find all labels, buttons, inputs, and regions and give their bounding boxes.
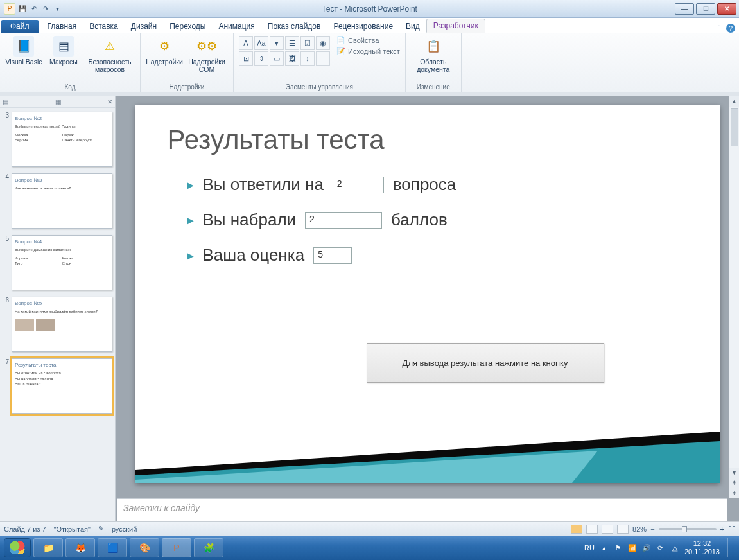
controls-grid: A Aa ▾ ☰ ☑ ◉ ⊡ ⇕ ▭ 🖼 ↕ ⋯ bbox=[239, 36, 330, 66]
visual-basic-button[interactable]: 📘 Visual Basic bbox=[5, 36, 42, 66]
slideshow-view-button[interactable] bbox=[617, 525, 629, 534]
qat-customize-icon[interactable]: ▾ bbox=[53, 4, 62, 13]
control-listbox[interactable]: ☰ bbox=[285, 36, 299, 50]
scroll-up-icon[interactable]: ▲ bbox=[729, 96, 739, 107]
thumb-slide-5[interactable]: 5 Вопрос №4 Выберите домашних животных К… bbox=[3, 235, 112, 290]
grade-field[interactable]: 5 bbox=[313, 247, 352, 264]
next-slide-icon[interactable]: ⇟ bbox=[729, 488, 739, 498]
file-tab[interactable]: Файл bbox=[1, 20, 39, 33]
notes-pane[interactable]: Заметки к слайду bbox=[117, 498, 727, 521]
scroll-track[interactable] bbox=[729, 107, 739, 468]
vertical-scrollbar[interactable]: ▲ ▼ ⇞ ⇟ bbox=[729, 96, 739, 498]
tab-review[interactable]: Рецензирование bbox=[327, 20, 399, 33]
view-code-button[interactable]: 📝Исходный текст bbox=[336, 47, 400, 56]
tab-slideshow[interactable]: Показ слайдов bbox=[261, 20, 327, 33]
addins-button[interactable]: ⚙ Надстройки bbox=[146, 36, 183, 66]
scroll-down-icon[interactable]: ▼ bbox=[729, 468, 739, 478]
prev-slide-icon[interactable]: ⇞ bbox=[729, 478, 739, 488]
scroll-thumb[interactable] bbox=[731, 108, 738, 146]
thumb-slide-7[interactable]: 7 Результаты теста Вы ответили на * вопр… bbox=[3, 358, 112, 414]
warning-icon: ⚠ bbox=[100, 36, 120, 57]
zoom-knob[interactable] bbox=[682, 526, 687, 532]
qat-save-icon[interactable]: 💾 bbox=[18, 4, 27, 13]
taskbar-app[interactable]: 🟦 bbox=[98, 538, 127, 557]
sorter-view-button[interactable] bbox=[586, 525, 598, 534]
thumb-header: ▤ ▦ ✕ bbox=[0, 96, 115, 108]
show-desktop-button[interactable] bbox=[727, 538, 735, 557]
tray-network-icon[interactable]: 📶 bbox=[628, 543, 637, 552]
group-code-label: Код bbox=[5, 82, 135, 91]
control-checkbox[interactable]: ☑ bbox=[300, 36, 315, 50]
tray-lang[interactable]: RU bbox=[584, 544, 595, 552]
tray-drive-icon[interactable]: △ bbox=[670, 543, 679, 552]
control-toggle[interactable]: ⊡ bbox=[239, 51, 253, 66]
current-slide[interactable]: Результаты теста ▶ Вы ответили на 2 вопр… bbox=[135, 105, 720, 483]
zoom-out-icon[interactable]: − bbox=[650, 525, 654, 533]
taskbar-explorer[interactable]: 📁 bbox=[33, 538, 63, 557]
start-button[interactable] bbox=[4, 538, 31, 557]
normal-view-button[interactable] bbox=[571, 525, 582, 534]
control-more[interactable]: ⋯ bbox=[316, 51, 330, 66]
control-combobox[interactable]: ▾ bbox=[270, 36, 284, 50]
slide-canvas-area: Результаты теста ▶ Вы ответили на 2 вопр… bbox=[116, 96, 739, 521]
zoom-in-icon[interactable]: + bbox=[720, 525, 724, 533]
controls-side: 📄Свойства 📝Исходный текст bbox=[336, 36, 400, 56]
tab-developer[interactable]: Разработчик bbox=[426, 19, 485, 33]
answered-count-field[interactable]: 2 bbox=[333, 177, 384, 193]
control-image[interactable]: 🖼 bbox=[285, 51, 299, 66]
control-spin[interactable]: ⇕ bbox=[254, 51, 268, 66]
help-icon[interactable]: ? bbox=[726, 24, 735, 33]
taskbar-powerpoint[interactable]: P bbox=[162, 538, 191, 557]
tab-insert[interactable]: Вставка bbox=[83, 20, 125, 33]
minimize-button[interactable]: — bbox=[675, 3, 694, 15]
outline-tab-icon[interactable]: ▤ bbox=[3, 98, 8, 105]
macros-button[interactable]: ▤ Макросы bbox=[45, 36, 82, 66]
canvas-viewport[interactable]: Результаты теста ▶ Вы ответили на 2 вопр… bbox=[116, 96, 739, 498]
tab-home[interactable]: Главная bbox=[41, 20, 83, 33]
control-option[interactable]: ◉ bbox=[316, 36, 330, 50]
close-pane-icon[interactable]: ✕ bbox=[107, 98, 112, 105]
spellcheck-icon[interactable]: ✎ bbox=[98, 525, 104, 533]
control-textbox[interactable]: A bbox=[239, 36, 253, 50]
fit-window-icon[interactable]: ⛶ bbox=[728, 525, 735, 533]
tab-transitions[interactable]: Переходы bbox=[163, 20, 212, 33]
thumb-slide-6[interactable]: 6 Вопрос №5 На какой картинке изображён … bbox=[3, 297, 112, 352]
visual-basic-label: Visual Basic bbox=[5, 58, 42, 66]
tray-clock[interactable]: 12:32 20.11.2013 bbox=[684, 539, 720, 556]
zoom-level[interactable]: 82% bbox=[632, 525, 647, 533]
language-indicator[interactable]: русский bbox=[112, 525, 137, 533]
control-label[interactable]: Aa bbox=[254, 36, 268, 50]
com-addins-button[interactable]: ⚙⚙ Надстройки COM bbox=[186, 36, 228, 73]
tab-view[interactable]: Вид bbox=[399, 20, 426, 33]
tray-volume-icon[interactable]: 🔊 bbox=[642, 543, 651, 552]
document-panel-button[interactable]: 📋 Область документа bbox=[411, 36, 456, 73]
tray-chevron-icon[interactable]: ▴ bbox=[600, 543, 609, 552]
slides-tab-icon[interactable]: ▦ bbox=[55, 98, 61, 105]
control-command[interactable]: ▭ bbox=[270, 51, 284, 66]
tray-flag-icon[interactable]: ⚑ bbox=[614, 543, 623, 552]
thumb-slide-4[interactable]: 4 Вопрос №3 Как называется наша планета? bbox=[3, 173, 112, 229]
thumbnail-list[interactable]: 3 Вопрос №2 Выберите столицу нашей Родин… bbox=[0, 108, 115, 521]
ribbon-minimize-icon[interactable]: ˇ bbox=[715, 24, 724, 33]
maximize-button[interactable]: ☐ bbox=[696, 3, 715, 15]
tab-animation[interactable]: Анимация bbox=[212, 20, 261, 33]
tray-sync-icon[interactable]: ⟳ bbox=[656, 543, 665, 552]
reading-view-button[interactable] bbox=[602, 525, 613, 534]
zoom-slider[interactable] bbox=[659, 528, 717, 530]
properties-button[interactable]: 📄Свойства bbox=[336, 36, 400, 45]
show-result-button[interactable]: Для вывода результата нажмите на кнопку bbox=[367, 343, 604, 383]
qat-redo-icon[interactable]: ↷ bbox=[41, 4, 50, 13]
thumb-slide-3[interactable]: 3 Вопрос №2 Выберите столицу нашей Родин… bbox=[3, 112, 112, 167]
qat-undo-icon[interactable]: ↶ bbox=[30, 4, 39, 13]
control-scrollbar[interactable]: ↕ bbox=[300, 51, 315, 66]
taskbar-other[interactable]: 🧩 bbox=[194, 538, 223, 557]
tab-design[interactable]: Дизайн bbox=[125, 20, 163, 33]
close-button[interactable]: ✕ bbox=[717, 3, 736, 15]
slide-title[interactable]: Результаты теста bbox=[168, 125, 688, 155]
taskbar-firefox[interactable]: 🦊 bbox=[65, 538, 95, 557]
taskbar-paint[interactable]: 🎨 bbox=[130, 538, 159, 557]
macro-security-button[interactable]: ⚠ Безопасность макросов bbox=[85, 36, 135, 73]
macros-label: Макросы bbox=[49, 58, 78, 66]
score-field[interactable]: 2 bbox=[305, 212, 382, 229]
app-icon[interactable]: P bbox=[4, 3, 15, 15]
